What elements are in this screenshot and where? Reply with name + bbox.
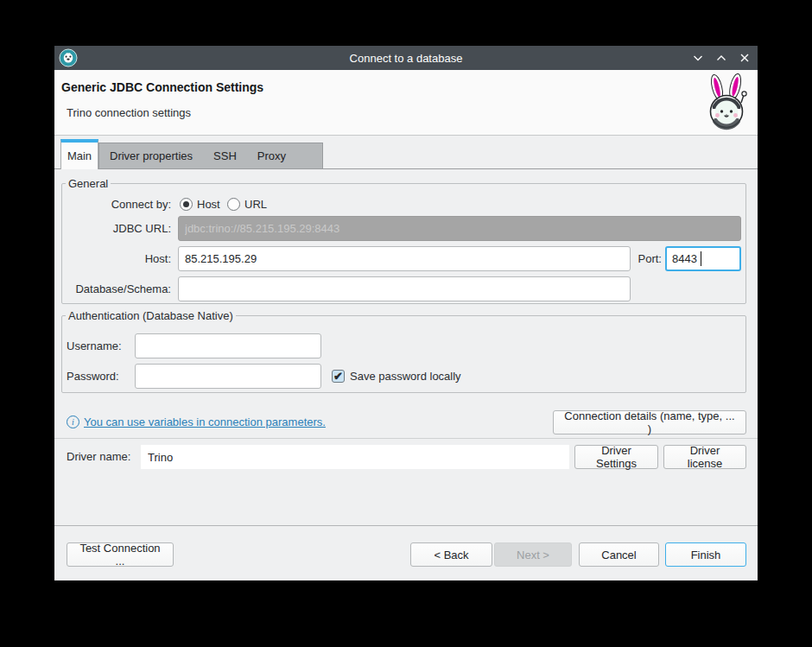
variables-link[interactable]: You can use variables in connection para… (84, 415, 326, 428)
driver-separator (54, 438, 758, 439)
host-label: Host: (85, 246, 171, 271)
port-label: Port: (627, 246, 662, 271)
host-input[interactable] (178, 246, 631, 271)
driver-license-button[interactable]: Driver license (663, 445, 746, 469)
connection-details-button[interactable]: Connection details (name, type, ... ) (553, 410, 746, 435)
chevron-down-icon[interactable] (692, 52, 704, 64)
radio-url-circle[interactable] (227, 198, 240, 211)
inactive-tab-group: Driver properties SSH Proxy (98, 143, 323, 168)
tab-main[interactable]: Main (60, 139, 98, 169)
tab-bar: Main Driver properties SSH Proxy (54, 136, 758, 169)
window-title: Connect to a database (54, 52, 758, 65)
back-button[interactable]: < Back (410, 542, 492, 567)
connect-by-label: Connect by: (85, 192, 171, 217)
checkbox-checkmark-icon[interactable]: ✔ (332, 370, 345, 383)
close-icon[interactable] (739, 52, 751, 64)
page-subtitle: Trino connection settings (67, 106, 191, 119)
radio-host[interactable]: Host (180, 198, 220, 211)
next-button: Next > (494, 542, 572, 567)
save-password-checkbox[interactable]: ✔ Save password locally (332, 370, 461, 383)
screenshot-root: Connect to a database Generic JDBC Conne… (0, 0, 812, 647)
driver-name-field (141, 445, 569, 469)
radio-url[interactable]: URL (227, 198, 267, 211)
tab-ssh[interactable]: SSH (203, 149, 247, 162)
auth-group-legend: Authentication (Database Native) (66, 309, 236, 322)
radio-url-label: URL (244, 198, 267, 211)
username-input[interactable] (135, 333, 321, 358)
tab-underline (54, 168, 758, 169)
radio-host-label: Host (197, 198, 220, 211)
page-title: Generic JDBC Connection Settings (61, 80, 263, 94)
radio-host-circle[interactable] (180, 198, 193, 211)
jdbc-url-field (178, 216, 741, 241)
window-controls (692, 46, 751, 70)
tab-main-label: Main (67, 149, 92, 162)
wizard-header: Generic JDBC Connection Settings Trino c… (54, 70, 758, 136)
database-schema-label: Database/Schema: (63, 276, 171, 301)
window-titlebar[interactable]: Connect to a database (54, 46, 758, 70)
chevron-up-icon[interactable] (715, 52, 727, 64)
save-password-label: Save password locally (350, 370, 461, 383)
driver-settings-button[interactable]: Driver Settings (574, 445, 658, 469)
trino-bunny-logo (702, 73, 752, 130)
jdbc-url-label: JDBC URL: (85, 216, 171, 241)
database-schema-input[interactable] (178, 276, 631, 301)
test-connection-button[interactable]: Test Connection ... (67, 542, 174, 567)
tab-proxy[interactable]: Proxy (247, 149, 296, 162)
driver-name-label: Driver name: (67, 445, 130, 469)
username-label: Username: (67, 333, 129, 358)
info-icon: i (67, 415, 79, 428)
finish-button[interactable]: Finish (665, 542, 746, 567)
password-label: Password: (67, 364, 129, 389)
cancel-button[interactable]: Cancel (579, 542, 659, 567)
port-input[interactable] (665, 246, 741, 271)
password-input[interactable] (135, 364, 321, 389)
text-caret (701, 251, 701, 266)
tab-driver-properties[interactable]: Driver properties (99, 149, 203, 162)
footer-separator (54, 525, 758, 526)
general-group-legend: General (66, 177, 111, 190)
connect-database-dialog: Connect to a database Generic JDBC Conne… (54, 46, 758, 580)
